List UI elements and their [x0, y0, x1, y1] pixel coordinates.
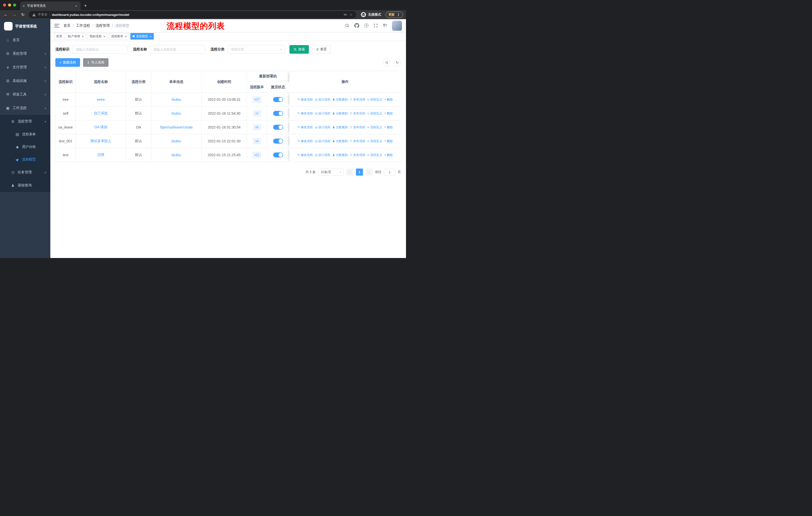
sidebar-item[interactable]: ▣ 工作流程 ∧ [0, 101, 50, 115]
github-icon[interactable] [354, 23, 359, 28]
sidebar-item[interactable]: ⌂ 首页 [0, 33, 50, 47]
op-edit-link[interactable]: ✎修改流程 [297, 153, 313, 157]
process-name-link[interactable]: 滔博 [97, 153, 105, 157]
sidebar-item[interactable]: ⚙ 系统管理 ∨ [0, 47, 50, 60]
active-status-toggle[interactable] [273, 153, 283, 158]
view-tag[interactable]: 流程表单 × [109, 33, 129, 39]
tag-close-icon[interactable]: × [124, 35, 127, 38]
sidebar-item[interactable]: ⊞ 基础设施 ∨ [0, 74, 50, 88]
bookmark-star-icon[interactable]: ☆ [349, 12, 353, 17]
op-design-link[interactable]: ◎设计流程 [315, 125, 330, 130]
sidebar-item[interactable]: ¥ 支付管理 ∨ [0, 60, 50, 74]
form-info-link[interactable]: biubiu [172, 111, 181, 115]
breadcrumb-item[interactable]: 流程管理 [96, 23, 110, 28]
reload-button[interactable]: ↻ [20, 12, 26, 17]
sidebar-toggle-icon[interactable] [54, 24, 59, 27]
address-bar[interactable]: 不安全 dashboard.yudao.iocoder.cn/bpm/manag… [29, 11, 356, 18]
op-edit-link[interactable]: ✎修改流程 [297, 139, 313, 143]
op-publish-link[interactable]: ⇧发布流程 [350, 98, 365, 102]
tag-close-icon[interactable]: × [81, 35, 84, 38]
view-tag[interactable]: 流程模型 × [130, 33, 154, 39]
current-page-button[interactable]: 1 [356, 168, 363, 175]
op-publish-link[interactable]: ⇧发布流程 [350, 125, 365, 130]
sidebar-item[interactable]: ♟ 请假查询 [0, 179, 50, 192]
active-status-toggle[interactable] [273, 111, 283, 116]
op-assign-rule-link[interactable]: ♟分配规则 [332, 153, 348, 157]
user-avatar[interactable] [392, 21, 402, 31]
op-design-link[interactable]: ◎设计流程 [315, 111, 330, 116]
op-definition-link[interactable]: ∞流程定义 [367, 139, 382, 143]
goto-page-input[interactable] [384, 168, 395, 175]
tab-close-icon[interactable]: × [74, 4, 78, 8]
op-delete-link[interactable]: ×删除 [384, 111, 393, 116]
search-icon[interactable] [345, 23, 349, 28]
category-select[interactable]: 流程分类 ∨ [228, 45, 285, 54]
process-name-link[interactable]: 自己审批 [94, 111, 108, 115]
next-page-button[interactable]: › [366, 168, 373, 175]
process-name-link[interactable]: OA 请假 [94, 125, 107, 129]
op-design-link[interactable]: ◎设计流程 [315, 139, 330, 143]
breadcrumb-item[interactable]: 首页 [63, 23, 70, 28]
op-publish-link[interactable]: ⇧发布流程 [350, 139, 365, 143]
window-zoom-button[interactable] [13, 3, 16, 6]
op-publish-link[interactable]: ⇧发布流程 [350, 111, 365, 116]
font-size-icon[interactable]: TT [383, 23, 387, 28]
process-key-input[interactable] [72, 45, 127, 54]
sidebar-item[interactable]: ≣ 流程管理 ∧ [0, 115, 50, 128]
op-publish-link[interactable]: ⇧发布流程 [350, 153, 365, 157]
process-name-link[interactable]: 测试多审批人 [90, 139, 112, 143]
process-name-link[interactable]: eeee [97, 98, 105, 102]
op-assign-rule-link[interactable]: ♟分配规则 [332, 98, 348, 102]
op-delete-link[interactable]: ×删除 [384, 153, 393, 157]
op-assign-rule-link[interactable]: ♟分配规则 [332, 125, 348, 130]
op-assign-rule-link[interactable]: ♟分配规则 [332, 111, 348, 116]
tag-close-icon[interactable]: × [149, 35, 152, 38]
op-definition-link[interactable]: ∞流程定义 [367, 111, 382, 116]
breadcrumb-item[interactable]: 工作流程 [76, 23, 90, 28]
active-status-toggle[interactable] [273, 97, 283, 102]
form-info-link[interactable]: biubiu [172, 153, 181, 157]
toggle-search-button[interactable] [383, 59, 390, 66]
window-close-button[interactable] [3, 3, 6, 6]
prev-page-button[interactable]: ‹ [346, 168, 353, 175]
op-definition-link[interactable]: ∞流程定义 [367, 98, 382, 102]
view-tag[interactable]: 首页 [54, 33, 64, 39]
tag-close-icon[interactable]: × [103, 35, 106, 38]
refresh-table-button[interactable]: ↻ [394, 59, 401, 66]
fullscreen-icon[interactable] [374, 23, 378, 28]
op-delete-link[interactable]: ×删除 [384, 139, 393, 143]
op-definition-link[interactable]: ∞流程定义 [367, 153, 382, 157]
browser-tab[interactable]: ♣ 芋道管理系统 × [20, 1, 81, 10]
op-design-link[interactable]: ◎设计流程 [315, 98, 330, 102]
password-key-icon[interactable] [343, 12, 347, 17]
active-status-toggle[interactable] [273, 125, 283, 130]
view-tag[interactable]: 我的流程 × [87, 33, 108, 39]
process-name-input[interactable] [150, 45, 205, 54]
create-process-button[interactable]: + 新建流程 [55, 58, 80, 67]
op-design-link[interactable]: ◎设计流程 [315, 153, 330, 157]
op-assign-rule-link[interactable]: ♟分配规则 [332, 139, 348, 143]
op-delete-link[interactable]: ×删除 [384, 125, 393, 130]
sidebar-item[interactable]: ◷ 任务管理 ∨ [0, 166, 50, 179]
op-edit-link[interactable]: ✎修改流程 [297, 125, 313, 130]
sidebar-item[interactable]: ☻ 用户分组 [0, 141, 50, 153]
back-button[interactable]: ← [3, 12, 8, 17]
window-minimize-button[interactable] [8, 3, 11, 6]
import-process-button[interactable]: ↥ 导入流程 [83, 58, 109, 67]
form-info-link[interactable]: biubiu [172, 98, 181, 102]
sidebar-item[interactable]: ▤ 流程表单 [0, 128, 50, 141]
op-delete-link[interactable]: ×删除 [384, 98, 393, 102]
new-tab-button[interactable]: + [84, 3, 87, 8]
sidebar-item[interactable]: ⚒ 研发工具 ∨ [0, 88, 50, 101]
view-tag[interactable]: 租户管理 × [66, 33, 86, 39]
help-icon[interactable]: ? [364, 23, 369, 28]
chrome-menu-icon[interactable]: ⋮ [397, 12, 400, 17]
forward-button[interactable]: → [11, 12, 17, 17]
op-edit-link[interactable]: ✎修改流程 [297, 111, 313, 116]
sidebar-item[interactable]: ▶ 流程模型 [0, 153, 50, 166]
active-status-toggle[interactable] [273, 139, 283, 144]
search-button[interactable]: 搜索 [289, 45, 309, 54]
op-definition-link[interactable]: ∞流程定义 [367, 125, 382, 130]
form-info-link[interactable]: biubiu [172, 139, 181, 143]
update-button[interactable]: 更新 ⋮ [386, 11, 403, 18]
